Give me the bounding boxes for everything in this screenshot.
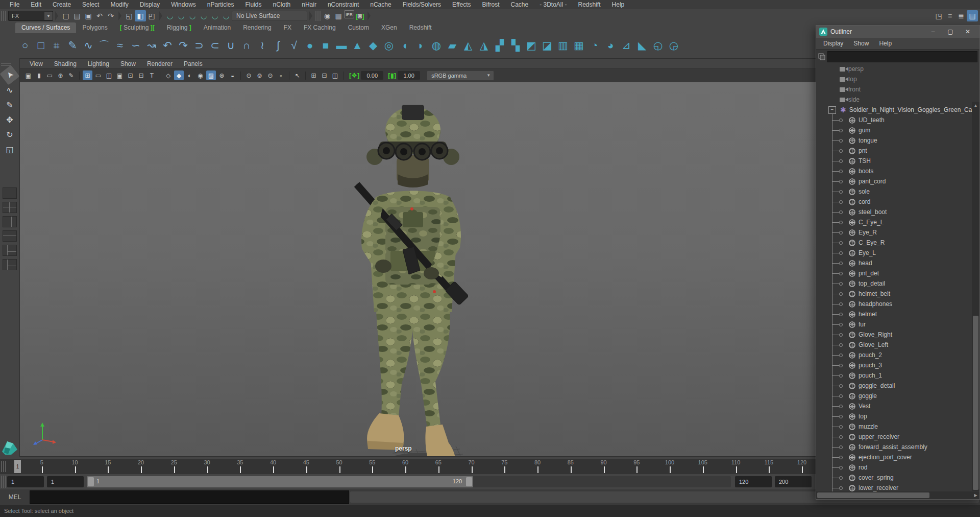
exposure-icon[interactable]: [❖] <box>349 72 359 79</box>
textured-icon[interactable]: ◐ <box>185 70 194 80</box>
film-gate-icon[interactable]: ▭ <box>93 70 103 80</box>
exposure-value[interactable]: 0.00 <box>361 71 383 80</box>
ep-curve-icon[interactable]: ∿ <box>81 36 96 55</box>
shelf-tab-animation[interactable]: Animation <box>198 22 237 33</box>
outliner-item-sole[interactable]: sole <box>816 186 979 197</box>
new-scene-icon[interactable]: ▢ <box>60 10 71 21</box>
outliner-item-rod[interactable]: rod <box>816 462 979 473</box>
outliner-item-side[interactable]: side <box>816 95 979 105</box>
nurbs-square-icon[interactable]: □ <box>33 36 48 55</box>
nurbs-torus-icon[interactable]: ◎ <box>381 36 397 55</box>
arc-two-point-icon[interactable]: ∽ <box>128 36 143 55</box>
shaded-icon[interactable]: ◆ <box>174 70 184 80</box>
isolate-add-icon[interactable]: ⊚ <box>255 70 264 80</box>
mel-label[interactable]: MEL <box>0 494 30 501</box>
camera-attributes-icon[interactable]: ▭ <box>45 70 55 80</box>
motion-blur-icon[interactable]: ⊟ <box>320 70 329 80</box>
shelf-tab-polygons[interactable]: Polygons <box>76 22 113 33</box>
xray-icon[interactable]: ▨ <box>206 70 216 80</box>
outliner-item-gum[interactable]: gum <box>816 125 979 135</box>
animation-end-field[interactable]: 200 <box>775 476 812 487</box>
safe-title-icon[interactable]: T <box>147 70 157 80</box>
outliner-item-forward_assist_assembly[interactable]: forward_assist_assembly <box>816 442 979 452</box>
outliner-item-boots[interactable]: boots <box>816 166 979 176</box>
outliner-item-persp[interactable]: persp <box>816 64 979 74</box>
wireframe-icon[interactable]: ◇ <box>163 70 173 80</box>
save-scene-icon[interactable]: ▣ <box>83 10 94 21</box>
use-all-lights-icon[interactable]: ◉ <box>195 70 205 80</box>
bookmark-icon[interactable]: ⊕ <box>56 70 65 80</box>
render-view-icon[interactable]: ◉ <box>322 10 333 21</box>
outliner-item-pnt[interactable]: pnt <box>816 146 979 156</box>
undo-icon[interactable]: ↶ <box>94 10 105 21</box>
close-button[interactable]: ✕ <box>959 28 976 35</box>
resolution-gate-icon[interactable]: ◫ <box>104 70 114 80</box>
smooth-curve-icon[interactable]: √ <box>286 36 302 55</box>
shelf-tab-redshift[interactable]: Redshift <box>403 22 438 33</box>
extend-curve-icon[interactable]: ⊃ <box>191 36 207 55</box>
menu-set-dropdown[interactable]: FX ▼ <box>8 11 53 21</box>
menu-create[interactable]: Create <box>47 1 77 8</box>
playback-start-field[interactable]: 1 <box>7 476 44 487</box>
hypershade-persp-layout[interactable] <box>3 245 17 256</box>
outliner-item-goggle[interactable]: goggle <box>816 391 979 401</box>
selection-highlighting-icon[interactable]: ↖ <box>292 70 302 80</box>
outliner-item-Eye_R[interactable]: Eye_R <box>816 227 979 238</box>
animation-start-field[interactable]: 1 <box>47 476 84 487</box>
field-chart-icon[interactable]: ⊡ <box>126 70 135 80</box>
outliner-item-pouch_3[interactable]: pouch_3 <box>816 360 979 370</box>
menu-ncloth[interactable]: nCloth <box>267 1 297 8</box>
shelf-tab-fx[interactable]: FX <box>278 22 298 33</box>
lock-camera-icon[interactable]: ▮ <box>34 70 44 80</box>
snap-grid-icon[interactable]: ◡ <box>164 10 176 21</box>
rebuild-curve-icon[interactable]: ∫ <box>271 36 286 55</box>
open-scene-icon[interactable]: ▤ <box>71 10 83 21</box>
render-current-frame-icon[interactable]: ▦ <box>333 10 344 21</box>
outliner-item-C_Eye_L[interactable]: C_Eye_L <box>816 217 979 227</box>
trim-tool-icon[interactable]: ◕ <box>603 36 618 55</box>
outliner-item-steel_boot[interactable]: steel_boot <box>816 207 979 217</box>
shadows-icon[interactable]: ◒ <box>228 70 237 80</box>
menu-fluids[interactable]: Fluids <box>240 1 267 8</box>
shelf-tab-sculpting[interactable]: [ Sculpting ][ <box>114 22 161 33</box>
intersect-curves-icon[interactable]: ≀ <box>255 36 270 55</box>
render-settings-icon[interactable]: [◙] <box>354 10 365 21</box>
drag-grip[interactable] <box>1 11 6 21</box>
view-transform-dropdown[interactable]: sRGB gamma▼ <box>427 70 494 81</box>
drag-grip[interactable] <box>1 461 6 472</box>
birail-icon[interactable]: ◭ <box>460 36 476 55</box>
horizontal-scrollbar[interactable] <box>816 491 972 499</box>
bevel-icon[interactable]: ▞ <box>492 36 507 55</box>
menu-nparticles[interactable]: nParticles <box>202 1 240 8</box>
outliner-item-headphones[interactable]: headphones <box>816 299 979 309</box>
snap-point-icon[interactable]: ◡ <box>187 10 198 21</box>
menu-modify[interactable]: Modify <box>105 1 134 8</box>
snap-view-plane-icon[interactable]: ◡ <box>209 10 220 21</box>
scrollbar-thumb[interactable] <box>817 492 929 498</box>
planar-icon[interactable]: ◍ <box>429 36 444 55</box>
menu-nhair[interactable]: nHair <box>296 1 322 8</box>
shelf-tab-rendering[interactable]: Rendering <box>237 22 277 33</box>
rotate-tool[interactable]: ↻ <box>3 127 17 142</box>
fillet-curve-icon[interactable]: ∪ <box>223 36 238 55</box>
menu-bifrost[interactable]: Bifrost <box>476 1 505 8</box>
scale-tool[interactable]: ◱ <box>3 142 17 156</box>
outliner-item-pouch_2[interactable]: pouch_2 <box>816 350 979 360</box>
menu-windows[interactable]: Windows <box>165 1 202 8</box>
rebuild-surface-icon[interactable]: ◣ <box>634 36 650 55</box>
surface-editor-icon[interactable]: ◶ <box>666 36 681 55</box>
align-surfaces-icon[interactable]: ▥ <box>555 36 571 55</box>
outliner-item-Eye_L[interactable]: Eye_L <box>816 248 979 258</box>
outliner-item-Glove_Left[interactable]: Glove_Left <box>816 340 979 350</box>
soldier-model[interactable] <box>326 98 510 456</box>
offset-curve-icon[interactable]: ⊂ <box>207 36 223 55</box>
outliner-menu-show[interactable]: Show <box>848 40 874 47</box>
shelf-tab-xgen[interactable]: XGen <box>375 22 403 33</box>
menu-display[interactable]: Display <box>134 1 165 8</box>
menu-help[interactable]: Help <box>606 1 630 8</box>
outliner-item-top_detail[interactable]: top_detail <box>816 278 979 289</box>
snap-projected-center-icon[interactable]: ◡ <box>198 10 209 21</box>
scrollbar-thumb[interactable] <box>973 316 978 490</box>
move-tool[interactable]: ✥ <box>3 112 17 127</box>
gamma-icon[interactable]: [▮] <box>388 72 396 79</box>
